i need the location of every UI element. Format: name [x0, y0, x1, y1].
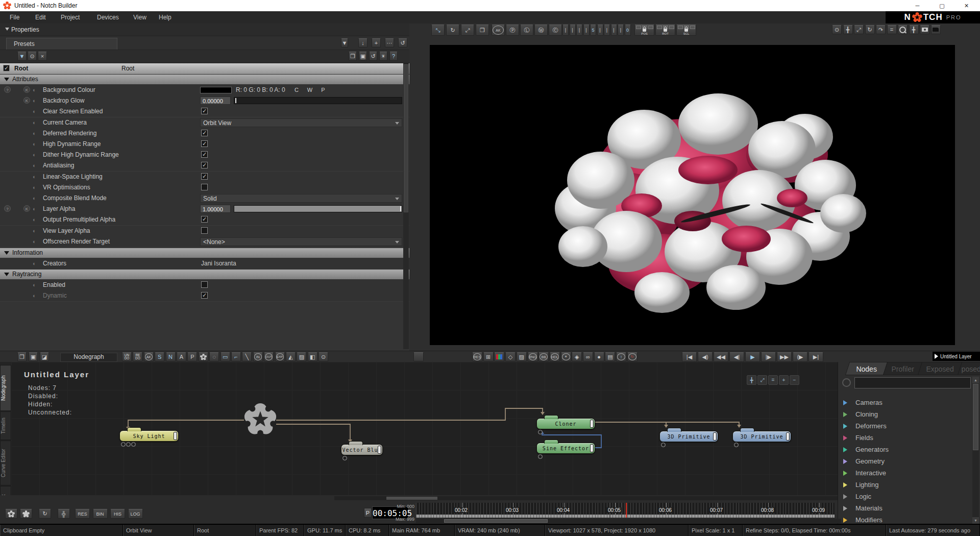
menu-item-edit[interactable]: Edit	[31, 11, 51, 23]
range-icon[interactable]: RNG	[528, 352, 538, 361]
step-forward-button[interactable]: |▶	[761, 352, 776, 362]
duplicate-node-icon[interactable]: ◪	[40, 352, 49, 361]
property-row[interactable]: ◐Deferred Rendering✓	[0, 128, 409, 139]
add-preset-icon[interactable]: +	[372, 38, 381, 47]
vr-preview-icon[interactable]: ∞	[583, 352, 593, 361]
scroll-down-icon[interactable]: ▼	[972, 517, 979, 524]
timeline-scroll-handle[interactable]	[444, 519, 548, 523]
graph-node-3d-primitive[interactable]: 3D Primitive	[732, 431, 791, 442]
preset-options-icon[interactable]: ⋯	[385, 38, 394, 47]
expand-arrow-icon[interactable]	[843, 400, 847, 405]
cache-refresh-icon[interactable]: ↻	[39, 509, 51, 519]
lock-rot-button[interactable]: ROT	[655, 25, 675, 36]
checkbox[interactable]: ✓	[201, 108, 208, 114]
property-toggle-icon[interactable]: ◐	[33, 108, 36, 114]
node-param-port[interactable]	[538, 454, 543, 459]
mini-scroll-handle[interactable]	[386, 497, 437, 500]
dropdown[interactable]: Orbit View	[200, 118, 402, 127]
monitor-output-icon[interactable]: ▤	[605, 352, 615, 361]
expand-arrow-icon[interactable]	[843, 447, 847, 452]
expand-arrow-icon[interactable]	[843, 482, 847, 488]
favourites-icon[interactable]: ✶	[561, 352, 571, 361]
property-toggle-icon[interactable]: ◐	[33, 119, 36, 126]
color-w-button[interactable]: W	[305, 86, 314, 94]
lasso-select-icon[interactable]: ◌	[209, 352, 219, 361]
node-output-port[interactable]	[590, 444, 594, 452]
property-toggle-icon[interactable]: ◐	[33, 174, 36, 180]
playhead[interactable]	[626, 503, 627, 518]
match-res-icon[interactable]: =	[887, 25, 897, 34]
pack-button[interactable]: P	[187, 352, 197, 361]
question-icon[interactable]: ?	[4, 205, 11, 212]
anim-tick-8[interactable]: |	[618, 25, 624, 36]
category-generators[interactable]: Generators	[838, 444, 971, 455]
keyframe-icon[interactable]: K	[23, 205, 30, 212]
property-toggle-icon[interactable]: ◐	[33, 293, 36, 299]
panel-tab-nodegraph[interactable]: Nodegraph	[0, 365, 11, 411]
property-toggle-icon[interactable]: ◐	[33, 195, 36, 201]
node-input-tab[interactable]	[544, 440, 558, 444]
lock-pos-button[interactable]: POS	[634, 25, 654, 36]
dropdown[interactable]: Solid	[200, 194, 402, 203]
anim-tick-7[interactable]: |	[611, 25, 617, 36]
input-pins-icon[interactable]: IN	[253, 352, 263, 361]
color-channels-icon[interactable]	[494, 352, 504, 361]
checkbox[interactable]: ✓	[201, 140, 208, 147]
timeline-scrollbar[interactable]	[416, 519, 841, 523]
pan-view-icon[interactable]: ╋	[843, 25, 853, 34]
snap-button[interactable]: S	[155, 352, 164, 361]
checkbox[interactable]: ✓	[201, 173, 208, 180]
graph-fit-icon[interactable]: ⤢	[757, 375, 767, 385]
res-button[interactable]: RES	[75, 509, 90, 519]
timeline-ruler[interactable]: 00:0200:0300:0400:0500:0600:0700:0800:09	[416, 503, 835, 518]
maximize-button[interactable]: ▢	[930, 0, 953, 11]
section-header-attributes[interactable]: Attributes	[0, 75, 409, 84]
panel-tab-curve-editor[interactable]: Curve Editor	[0, 441, 11, 485]
root-node-row[interactable]: ✓ Root Root	[0, 63, 409, 74]
property-toggle-icon[interactable]: ◐	[33, 98, 36, 104]
key-world-icon[interactable]: Ⓦ	[534, 25, 548, 36]
prev-key-button[interactable]: ◀)	[698, 352, 713, 362]
category-interactive[interactable]: Interactive	[838, 467, 971, 479]
category-geometry[interactable]: Geometry	[838, 455, 971, 467]
node-input-tab[interactable]	[667, 428, 681, 432]
fit-view-icon[interactable]: ⤢	[854, 25, 864, 34]
log-button[interactable]: LOG	[128, 509, 143, 519]
reset-preset-icon[interactable]: ↺	[398, 38, 407, 47]
graph-zoom-out-icon[interactable]: −	[790, 375, 799, 385]
orbit-view-icon[interactable]: ↷	[876, 25, 886, 34]
render-settings-icon[interactable]	[5, 509, 17, 519]
nudge-button[interactable]: N	[166, 352, 176, 361]
go-start-button[interactable]: |◀	[682, 352, 697, 362]
rect-select-icon[interactable]: ▭	[220, 352, 230, 361]
copy-attributes-icon[interactable]: ❐	[349, 52, 357, 61]
node-input-tab[interactable]	[740, 428, 754, 432]
align-button[interactable]: A	[177, 352, 186, 361]
node-param-port[interactable]	[661, 443, 666, 447]
focus-icon[interactable]: ⊙	[832, 25, 842, 34]
menu-item-view[interactable]: View	[129, 11, 151, 23]
node-output-port[interactable]	[590, 420, 594, 428]
root-enabled-checkbox[interactable]: ✓	[3, 65, 10, 71]
bounding-box-icon[interactable]: BB	[538, 352, 549, 361]
dither-icon[interactable]: ▨	[517, 352, 527, 361]
menu-item-devices[interactable]: Devices	[92, 11, 124, 23]
node-param-port[interactable]	[342, 456, 347, 460]
property-toggle-icon[interactable]: ◐	[33, 130, 36, 136]
expand-arrow-icon[interactable]	[843, 435, 847, 441]
graph-node-sky-light[interactable]: Sky Light	[119, 430, 179, 442]
value-field[interactable]: 0.00000	[200, 96, 231, 105]
graph-actual-icon[interactable]: =	[768, 375, 778, 385]
expand-arrow-icon[interactable]	[843, 494, 847, 499]
tab-profiler[interactable]: Profiler	[883, 362, 923, 375]
property-row[interactable]: ◐Dither High Dynamic Range✓	[0, 150, 409, 161]
lock-scl-button[interactable]: SCL	[676, 25, 696, 36]
property-row[interactable]: ◐Dynamic✓	[0, 290, 409, 302]
root-node-icon[interactable]	[244, 403, 277, 438]
scroll-up-icon[interactable]: ▲	[972, 377, 979, 383]
anim-tick-9[interactable]: 0	[625, 25, 631, 36]
property-row[interactable]: ◐Enabled	[0, 280, 409, 291]
node-output-port[interactable]	[378, 446, 381, 454]
nodes-scroll-thumb[interactable]	[973, 384, 978, 450]
expand-arrow-icon[interactable]	[843, 518, 847, 523]
